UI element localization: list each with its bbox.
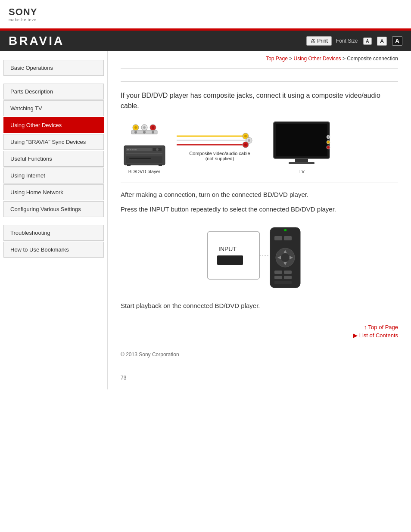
sidebar-item-watching-tv[interactable]: Watching TV bbox=[3, 100, 104, 116]
sidebar-item-label: Using "BRAVIA" Sync Devices bbox=[10, 139, 86, 145]
list-arrow-icon: ▶ bbox=[353, 332, 359, 339]
breadcrumb-sep1: > bbox=[289, 56, 293, 62]
breadcrumb-current: Composite connection bbox=[347, 56, 398, 62]
sidebar-item-bookmarks[interactable]: How to Use Bookmarks bbox=[3, 242, 104, 258]
sidebar-item-troubleshooting[interactable]: Troubleshooting bbox=[3, 225, 104, 241]
sidebar-item-configuring-settings[interactable]: Configuring Various Settings bbox=[3, 201, 104, 217]
sidebar: Basic Operations Parts Description Watch… bbox=[0, 51, 108, 389]
font-large-button[interactable]: A bbox=[392, 36, 402, 46]
svg-rect-20 bbox=[129, 158, 151, 159]
main-layout: Basic Operations Parts Description Watch… bbox=[0, 51, 411, 389]
font-medium-button[interactable]: A bbox=[377, 37, 387, 46]
svg-point-1 bbox=[134, 126, 137, 129]
sidebar-item-useful-functions[interactable]: Useful Functions bbox=[3, 151, 104, 167]
cable-label-text: Composite video/audio cable bbox=[189, 151, 250, 156]
remote-svg: INPUT bbox=[199, 223, 320, 292]
cable-label: Composite video/audio cable (not supplie… bbox=[189, 151, 250, 161]
svg-rect-15 bbox=[134, 149, 137, 150]
intro-text: If your BD/DVD player has composite jack… bbox=[121, 90, 398, 111]
main-content: Top Page > Using Other Devices > Composi… bbox=[108, 51, 411, 389]
svg-rect-34 bbox=[295, 159, 308, 162]
page-header: BRAVIA 🖨 Print Font Size A A A bbox=[0, 31, 411, 51]
svg-rect-53 bbox=[274, 236, 282, 240]
svg-rect-14 bbox=[132, 149, 134, 150]
sidebar-item-label: Using Other Devices bbox=[10, 122, 62, 128]
sidebar-item-using-internet[interactable]: Using Internet bbox=[3, 168, 104, 184]
print-icon: 🖨 bbox=[310, 38, 315, 44]
cable-svg bbox=[177, 132, 263, 149]
print-button[interactable]: 🖨 Print bbox=[306, 36, 332, 46]
page-navigation: ↑ Top of Page ▶ List of Contents bbox=[121, 324, 398, 339]
cable-note-text: (not supplied) bbox=[206, 156, 234, 161]
svg-rect-55 bbox=[274, 271, 282, 274]
svg-point-9 bbox=[152, 131, 154, 134]
svg-rect-22 bbox=[159, 164, 162, 166]
svg-rect-54 bbox=[284, 236, 292, 240]
svg-point-17 bbox=[156, 148, 159, 151]
footer-area: ↑ Top of Page ▶ List of Contents © 2013 … bbox=[121, 324, 398, 381]
remote-diagram-area: INPUT bbox=[121, 223, 398, 292]
breadcrumb-sep2: > bbox=[342, 56, 347, 62]
sidebar-item-basic-operations[interactable]: Basic Operations bbox=[3, 60, 104, 76]
svg-point-48 bbox=[281, 253, 290, 262]
sidebar-item-label: Using Home Network bbox=[10, 189, 63, 196]
svg-rect-35 bbox=[289, 162, 314, 164]
sidebar-item-label: Troubleshooting bbox=[10, 230, 50, 236]
svg-point-7 bbox=[134, 131, 137, 134]
svg-point-41 bbox=[327, 146, 329, 148]
font-small-button[interactable]: A bbox=[363, 37, 372, 45]
sidebar-item-label: Parts Description bbox=[10, 88, 53, 95]
sony-logo-text: SONY bbox=[9, 6, 402, 18]
svg-rect-21 bbox=[127, 164, 131, 166]
svg-rect-58 bbox=[284, 276, 292, 279]
svg-point-28 bbox=[248, 139, 250, 142]
divider-1 bbox=[121, 68, 398, 68]
list-of-contents-link[interactable]: ▶ List of Contents bbox=[353, 332, 398, 339]
svg-text:INPUT: INPUT bbox=[218, 246, 237, 252]
sidebar-item-bravia-sync[interactable]: Using "BRAVIA" Sync Devices bbox=[3, 134, 104, 150]
breadcrumb-top-page[interactable]: Top Page bbox=[266, 56, 288, 62]
sidebar-item-home-network[interactable]: Using Home Network bbox=[3, 184, 104, 200]
sidebar-item-label: How to Use Bookmarks bbox=[10, 246, 69, 253]
svg-point-5 bbox=[152, 126, 154, 129]
breadcrumb: Top Page > Using Other Devices > Composi… bbox=[121, 56, 398, 62]
header-controls: 🖨 Print Font Size A A A bbox=[306, 36, 402, 46]
tv-svg bbox=[271, 120, 332, 167]
bd-player-label: BD/DVD player bbox=[128, 169, 161, 174]
sony-tagline: make.believe bbox=[9, 18, 402, 22]
sidebar-item-using-other-devices[interactable]: Using Other Devices bbox=[3, 117, 104, 133]
sidebar-item-parts-description[interactable]: Parts Description bbox=[3, 84, 104, 100]
sidebar-item-label: Using Internet bbox=[10, 172, 45, 179]
sidebar-item-label: Configuring Various Settings bbox=[10, 206, 81, 212]
step1-text: After making a connection, turn on the c… bbox=[121, 190, 398, 200]
svg-rect-18 bbox=[126, 153, 162, 154]
step3-text: Start playback on the connected BD/DVD p… bbox=[121, 301, 398, 311]
svg-point-8 bbox=[143, 131, 146, 134]
sidebar-divider-1 bbox=[0, 77, 107, 83]
sidebar-item-label: Basic Operations bbox=[10, 65, 53, 71]
svg-rect-59 bbox=[274, 281, 292, 284]
svg-rect-19 bbox=[126, 156, 162, 163]
breadcrumb-using-other-devices[interactable]: Using Other Devices bbox=[294, 56, 341, 62]
top-of-page-link[interactable]: ↑ Top of Page bbox=[364, 324, 398, 330]
svg-point-39 bbox=[327, 141, 329, 143]
sony-logo-area: SONY make.believe bbox=[0, 0, 411, 28]
svg-rect-46 bbox=[284, 229, 286, 231]
svg-rect-11 bbox=[126, 148, 152, 151]
svg-point-25 bbox=[244, 135, 247, 137]
step2-text: Press the INPUT button repeatedly to sel… bbox=[121, 204, 398, 215]
sidebar-item-label: Useful Functions bbox=[10, 156, 52, 162]
svg-rect-57 bbox=[274, 276, 282, 279]
svg-point-31 bbox=[244, 143, 247, 146]
page-number: 73 bbox=[121, 375, 398, 381]
connection-diagram: BD/DVD player bbox=[121, 120, 398, 174]
sidebar-divider-2 bbox=[0, 218, 107, 224]
svg-rect-13 bbox=[130, 149, 131, 150]
bd-player-svg bbox=[121, 120, 168, 167]
svg-rect-56 bbox=[284, 271, 292, 274]
list-of-contents-label: List of Contents bbox=[359, 332, 398, 339]
svg-point-37 bbox=[327, 136, 329, 138]
cable-area: Composite video/audio cable (not supplie… bbox=[177, 132, 263, 161]
svg-rect-12 bbox=[127, 149, 129, 150]
top-of-page-label: Top of Page bbox=[368, 324, 398, 330]
